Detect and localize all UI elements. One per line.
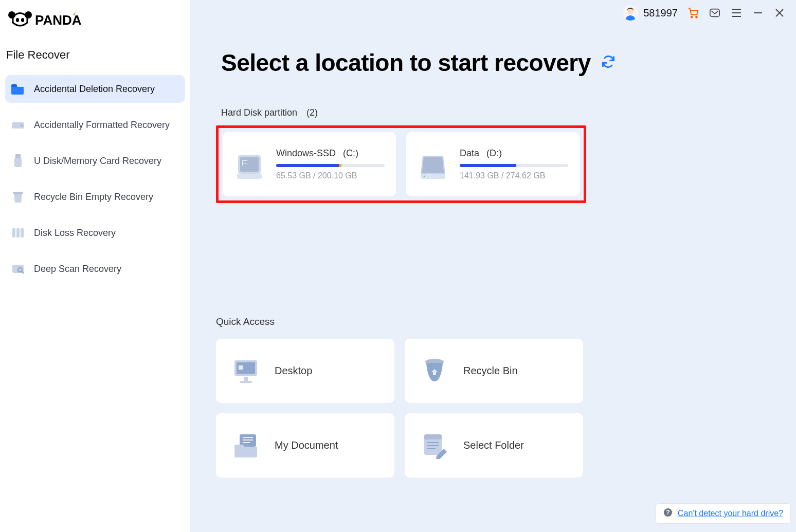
user-id: 581997 (643, 7, 678, 19)
quick-access-title: Quick Access (216, 316, 770, 327)
menu-icon[interactable] (730, 7, 743, 19)
svg-rect-31 (245, 161, 247, 163)
quick-access-grid: Desktop Recycle Bin My Document Select F… (216, 339, 770, 478)
svg-point-2 (16, 18, 19, 22)
minimize-icon[interactable] (752, 7, 764, 19)
partitions-count: (2) (306, 107, 318, 118)
quick-desktop[interactable]: Desktop (216, 339, 394, 403)
topbar: 581997 (623, 5, 786, 21)
usage-bar (276, 164, 385, 167)
partition-size: 141.93 GB / 274.62 GB (460, 171, 568, 180)
sidebar-item-label: Recycle Bin Empty Recovery (34, 192, 179, 203)
quick-label: Select Folder (463, 439, 524, 451)
brand-logo: PANDA (5, 5, 185, 44)
quick-label: My Document (275, 439, 338, 451)
svg-rect-40 (244, 377, 248, 381)
svg-text:?: ? (666, 509, 670, 516)
svg-rect-34 (237, 174, 262, 179)
svg-point-3 (21, 18, 24, 22)
svg-rect-10 (13, 192, 23, 194)
partition-info: Windows-SSD (C:) 65.53 GB / 200.10 GB (276, 148, 385, 180)
sidebar-item-accidental-deletion[interactable]: Accidental Deletion Recovery (5, 75, 185, 103)
sidebar-item-label: Accidental Deletion Recovery (34, 84, 179, 95)
usage-bar (460, 164, 568, 167)
partitions-title: Hard Disk partition (221, 107, 297, 118)
partition-name: Data (460, 148, 479, 159)
svg-rect-13 (21, 228, 24, 237)
sidebar-item-diskloss[interactable]: Disk Loss Recovery (5, 219, 185, 247)
recyclebin-icon (421, 358, 448, 384)
partition-card-d[interactable]: Data (D:) 141.93 GB / 274.62 GB (406, 132, 580, 196)
help-pill[interactable]: ? Can't detect your hard drive? (656, 503, 791, 524)
sidebar-item-udisk[interactable]: U Disk/Memory Card Recovery (5, 147, 185, 175)
trash-icon (11, 190, 25, 204)
partition-letter: (C:) (343, 148, 358, 159)
partition-name: Windows-SSD (276, 148, 336, 159)
svg-rect-33 (245, 163, 247, 166)
partition-letter: (D:) (486, 148, 502, 159)
app-window: PANDA File Recover Accidental Deletion R… (0, 0, 796, 532)
svg-rect-41 (240, 381, 252, 383)
svg-rect-30 (243, 161, 245, 163)
svg-rect-11 (12, 228, 15, 237)
partitions-header: Hard Disk partition (2) (216, 107, 770, 118)
svg-rect-12 (16, 228, 20, 237)
sidebar-item-deepscan[interactable]: Deep Scan Recovery (5, 255, 185, 283)
sidebar-item-label: Deep Scan Recovery (34, 264, 179, 274)
svg-point-36 (424, 175, 425, 177)
svg-point-18 (691, 16, 693, 18)
svg-rect-32 (243, 163, 245, 166)
svg-rect-20 (710, 9, 719, 17)
document-icon (232, 432, 259, 459)
partitions-highlight-box: Windows-SSD (C:) 65.53 GB / 200.10 GB (216, 125, 586, 203)
quick-label: Desktop (275, 365, 312, 377)
close-icon[interactable] (773, 7, 786, 19)
partition-size: 65.53 GB / 200.10 GB (276, 171, 385, 180)
svg-rect-48 (424, 434, 442, 439)
sidebar-item-formatted[interactable]: Accidentally Formatted Recovery (5, 111, 185, 139)
svg-rect-8 (15, 154, 21, 158)
svg-rect-9 (14, 158, 22, 167)
help-link[interactable]: Can't detect your hard drive? (678, 509, 783, 518)
quick-mydocument[interactable]: My Document (216, 413, 394, 478)
quick-recyclebin[interactable]: Recycle Bin (405, 339, 583, 403)
svg-point-19 (696, 16, 697, 18)
sidebar-item-recyclebin[interactable]: Recycle Bin Empty Recovery (5, 183, 185, 211)
svg-point-7 (21, 124, 22, 126)
usb-icon (11, 154, 25, 168)
quick-selectfolder[interactable]: Select Folder (405, 413, 583, 478)
folder-icon (11, 82, 25, 96)
help-icon: ? (663, 508, 673, 519)
sidebar: PANDA File Recover Accidental Deletion R… (0, 0, 190, 532)
sidebar-item-label: Disk Loss Recovery (34, 228, 179, 239)
user-account[interactable]: 581997 (623, 5, 678, 21)
sidebar-item-label: Accidentally Formatted Recovery (34, 120, 179, 131)
selectfolder-icon (421, 432, 448, 459)
desktop-icon (232, 358, 259, 384)
disk-icon (234, 149, 265, 180)
partition-card-c[interactable]: Windows-SSD (C:) 65.53 GB / 200.10 GB (223, 132, 396, 196)
svg-rect-5 (11, 84, 17, 87)
main-content: 581997 Select a location to start recove… (190, 0, 796, 532)
drive-icon (11, 118, 25, 132)
sidebar-section-title: File Recover (5, 44, 185, 71)
mail-icon[interactable] (709, 7, 721, 19)
quick-label: Recycle Bin (463, 365, 518, 377)
svg-rect-39 (239, 365, 243, 370)
disk-icon (418, 149, 448, 180)
refresh-icon[interactable] (601, 54, 616, 71)
page-title-text: Select a location to start recovery (221, 49, 591, 77)
disks-icon (11, 226, 25, 240)
sidebar-item-label: U Disk/Memory Card Recovery (34, 156, 179, 167)
scan-icon (11, 262, 25, 276)
avatar-icon (623, 5, 638, 21)
cart-icon[interactable] (687, 7, 699, 19)
partition-info: Data (D:) 141.93 GB / 274.62 GB (460, 148, 568, 180)
